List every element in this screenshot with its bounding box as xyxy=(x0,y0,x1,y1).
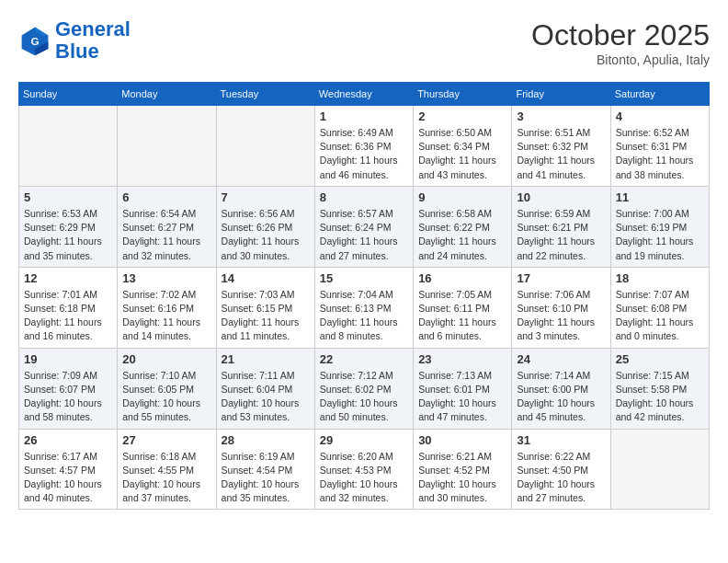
calendar-day-cell xyxy=(118,106,216,187)
day-info: Sunrise: 6:59 AM Sunset: 6:21 PM Dayligh… xyxy=(517,207,605,263)
day-info: Sunrise: 6:18 AM Sunset: 4:55 PM Dayligh… xyxy=(122,450,210,506)
day-info: Sunrise: 6:21 AM Sunset: 4:52 PM Dayligh… xyxy=(418,450,506,506)
calendar-day-cell: 1Sunrise: 6:49 AM Sunset: 6:36 PM Daylig… xyxy=(314,106,413,187)
day-number: 7 xyxy=(222,190,310,204)
day-info: Sunrise: 6:52 AM Sunset: 6:31 PM Dayligh… xyxy=(616,126,704,182)
day-number: 27 xyxy=(122,433,210,447)
calendar-day-cell: 19Sunrise: 7:09 AM Sunset: 6:07 PM Dayli… xyxy=(19,348,118,429)
calendar-week-row: 26Sunrise: 6:17 AM Sunset: 4:57 PM Dayli… xyxy=(19,429,710,510)
month-title: October 2025 xyxy=(531,18,710,52)
day-number: 19 xyxy=(24,352,112,366)
calendar-day-cell: 31Sunrise: 6:22 AM Sunset: 4:50 PM Dayli… xyxy=(512,429,610,510)
day-number: 11 xyxy=(616,190,704,204)
calendar-day-cell: 3Sunrise: 6:51 AM Sunset: 6:32 PM Daylig… xyxy=(512,106,610,187)
day-number: 17 xyxy=(517,271,605,285)
day-number: 10 xyxy=(517,190,605,204)
day-info: Sunrise: 6:49 AM Sunset: 6:36 PM Dayligh… xyxy=(320,126,408,182)
day-info: Sunrise: 6:20 AM Sunset: 4:53 PM Dayligh… xyxy=(320,450,408,506)
day-info: Sunrise: 6:17 AM Sunset: 4:57 PM Dayligh… xyxy=(24,450,112,506)
calendar-day-cell: 29Sunrise: 6:20 AM Sunset: 4:53 PM Dayli… xyxy=(314,429,413,510)
calendar-day-cell xyxy=(216,106,314,187)
logo-line2: Blue xyxy=(55,40,99,63)
day-number: 22 xyxy=(320,352,408,366)
day-number: 1 xyxy=(320,109,408,123)
calendar-day-cell: 4Sunrise: 6:52 AM Sunset: 6:31 PM Daylig… xyxy=(610,106,709,187)
day-number: 31 xyxy=(517,433,605,447)
weekday-header-saturday: Saturday xyxy=(610,83,709,106)
day-info: Sunrise: 7:10 AM Sunset: 6:05 PM Dayligh… xyxy=(122,369,210,425)
day-info: Sunrise: 6:53 AM Sunset: 6:29 PM Dayligh… xyxy=(24,207,112,263)
calendar-day-cell xyxy=(19,106,118,187)
day-number: 20 xyxy=(122,352,210,366)
calendar-day-cell: 20Sunrise: 7:10 AM Sunset: 6:05 PM Dayli… xyxy=(118,348,216,429)
location: Bitonto, Apulia, Italy xyxy=(531,52,710,67)
calendar-week-row: 1Sunrise: 6:49 AM Sunset: 6:36 PM Daylig… xyxy=(19,106,710,187)
day-number: 12 xyxy=(24,271,112,285)
day-number: 5 xyxy=(24,190,112,204)
day-number: 14 xyxy=(222,271,310,285)
day-number: 4 xyxy=(616,109,704,123)
day-info: Sunrise: 6:22 AM Sunset: 4:50 PM Dayligh… xyxy=(517,450,605,506)
calendar-day-cell: 13Sunrise: 7:02 AM Sunset: 6:16 PM Dayli… xyxy=(118,267,216,348)
logo-line1: General xyxy=(55,17,131,40)
calendar-day-cell: 8Sunrise: 6:57 AM Sunset: 6:24 PM Daylig… xyxy=(314,186,413,267)
calendar-day-cell: 12Sunrise: 7:01 AM Sunset: 6:18 PM Dayli… xyxy=(19,267,118,348)
calendar-day-cell: 7Sunrise: 6:56 AM Sunset: 6:26 PM Daylig… xyxy=(216,186,314,267)
day-info: Sunrise: 7:12 AM Sunset: 6:02 PM Dayligh… xyxy=(320,369,408,425)
day-info: Sunrise: 7:15 AM Sunset: 5:58 PM Dayligh… xyxy=(616,369,704,425)
weekday-header-thursday: Thursday xyxy=(414,83,512,106)
day-number: 21 xyxy=(222,352,310,366)
calendar-table: SundayMondayTuesdayWednesdayThursdayFrid… xyxy=(18,82,710,510)
calendar-day-cell: 9Sunrise: 6:58 AM Sunset: 6:22 PM Daylig… xyxy=(414,186,512,267)
day-number: 25 xyxy=(616,352,704,366)
title-block: October 2025 Bitonto, Apulia, Italy xyxy=(531,18,710,67)
calendar-day-cell: 24Sunrise: 7:14 AM Sunset: 6:00 PM Dayli… xyxy=(512,348,610,429)
calendar-day-cell: 21Sunrise: 7:11 AM Sunset: 6:04 PM Dayli… xyxy=(216,348,314,429)
day-number: 26 xyxy=(24,433,112,447)
day-number: 23 xyxy=(418,352,506,366)
day-info: Sunrise: 7:07 AM Sunset: 6:08 PM Dayligh… xyxy=(616,288,704,344)
day-info: Sunrise: 6:50 AM Sunset: 6:34 PM Dayligh… xyxy=(418,126,506,182)
weekday-header-friday: Friday xyxy=(512,83,610,106)
calendar-day-cell: 5Sunrise: 6:53 AM Sunset: 6:29 PM Daylig… xyxy=(19,186,118,267)
day-info: Sunrise: 6:56 AM Sunset: 6:26 PM Dayligh… xyxy=(222,207,310,263)
calendar-day-cell: 10Sunrise: 6:59 AM Sunset: 6:21 PM Dayli… xyxy=(512,186,610,267)
calendar-day-cell: 14Sunrise: 7:03 AM Sunset: 6:15 PM Dayli… xyxy=(216,267,314,348)
calendar-day-cell: 30Sunrise: 6:21 AM Sunset: 4:52 PM Dayli… xyxy=(414,429,512,510)
day-number: 29 xyxy=(320,433,408,447)
calendar-day-cell xyxy=(610,429,709,510)
day-info: Sunrise: 6:51 AM Sunset: 6:32 PM Dayligh… xyxy=(517,126,605,182)
day-number: 15 xyxy=(320,271,408,285)
calendar-day-cell: 23Sunrise: 7:13 AM Sunset: 6:01 PM Dayli… xyxy=(414,348,512,429)
day-number: 30 xyxy=(418,433,506,447)
logo: G General Blue xyxy=(18,18,131,63)
calendar-day-cell: 22Sunrise: 7:12 AM Sunset: 6:02 PM Dayli… xyxy=(314,348,413,429)
calendar-day-cell: 27Sunrise: 6:18 AM Sunset: 4:55 PM Dayli… xyxy=(118,429,216,510)
calendar-day-cell: 6Sunrise: 6:54 AM Sunset: 6:27 PM Daylig… xyxy=(118,186,216,267)
day-info: Sunrise: 7:06 AM Sunset: 6:10 PM Dayligh… xyxy=(517,288,605,344)
day-info: Sunrise: 7:09 AM Sunset: 6:07 PM Dayligh… xyxy=(24,369,112,425)
day-number: 8 xyxy=(320,190,408,204)
calendar-day-cell: 15Sunrise: 7:04 AM Sunset: 6:13 PM Dayli… xyxy=(314,267,413,348)
logo-icon: G xyxy=(18,24,51,57)
day-number: 24 xyxy=(517,352,605,366)
day-info: Sunrise: 7:11 AM Sunset: 6:04 PM Dayligh… xyxy=(222,369,310,425)
weekday-header-wednesday: Wednesday xyxy=(314,83,413,106)
day-number: 6 xyxy=(122,190,210,204)
day-info: Sunrise: 7:14 AM Sunset: 6:00 PM Dayligh… xyxy=(517,369,605,425)
day-info: Sunrise: 7:05 AM Sunset: 6:11 PM Dayligh… xyxy=(418,288,506,344)
calendar-day-cell: 11Sunrise: 7:00 AM Sunset: 6:19 PM Dayli… xyxy=(610,186,709,267)
weekday-header-sunday: Sunday xyxy=(19,83,118,106)
day-info: Sunrise: 7:03 AM Sunset: 6:15 PM Dayligh… xyxy=(222,288,310,344)
day-number: 18 xyxy=(616,271,704,285)
day-info: Sunrise: 6:57 AM Sunset: 6:24 PM Dayligh… xyxy=(320,207,408,263)
calendar-day-cell: 17Sunrise: 7:06 AM Sunset: 6:10 PM Dayli… xyxy=(512,267,610,348)
day-number: 9 xyxy=(418,190,506,204)
calendar-week-row: 19Sunrise: 7:09 AM Sunset: 6:07 PM Dayli… xyxy=(19,348,710,429)
calendar-day-cell: 25Sunrise: 7:15 AM Sunset: 5:58 PM Dayli… xyxy=(610,348,709,429)
day-number: 28 xyxy=(222,433,310,447)
day-number: 3 xyxy=(517,109,605,123)
day-info: Sunrise: 6:58 AM Sunset: 6:22 PM Dayligh… xyxy=(418,207,506,263)
weekday-header-row: SundayMondayTuesdayWednesdayThursdayFrid… xyxy=(19,83,710,106)
day-info: Sunrise: 7:01 AM Sunset: 6:18 PM Dayligh… xyxy=(24,288,112,344)
